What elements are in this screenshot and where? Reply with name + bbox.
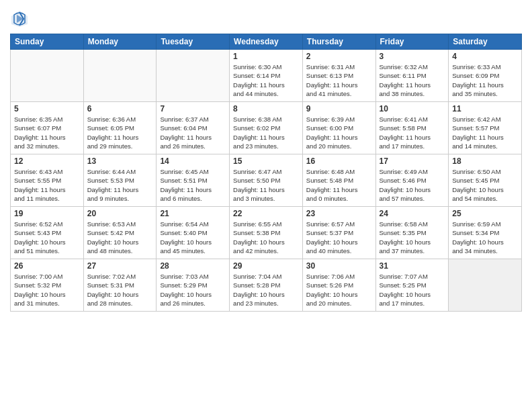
day-info: Sunrise: 6:54 AM Sunset: 5:40 PM Dayligh… <box>160 220 226 255</box>
day-info: Sunrise: 6:36 AM Sunset: 6:05 PM Dayligh… <box>87 115 153 150</box>
calendar-cell: 10Sunrise: 6:41 AM Sunset: 5:58 PM Dayli… <box>375 102 449 154</box>
day-info: Sunrise: 7:04 AM Sunset: 5:28 PM Dayligh… <box>233 272 299 308</box>
day-number: 11 <box>452 104 518 113</box>
calendar-cell: 23Sunrise: 6:57 AM Sunset: 5:37 PM Dayli… <box>302 207 375 259</box>
calendar-cell: 14Sunrise: 6:45 AM Sunset: 5:51 PM Dayli… <box>157 154 230 207</box>
calendar-cell: 8Sunrise: 6:38 AM Sunset: 6:02 PM Daylig… <box>230 102 303 154</box>
calendar-cell: 17Sunrise: 6:49 AM Sunset: 5:46 PM Dayli… <box>375 154 449 207</box>
calendar-cell: 25Sunrise: 6:59 AM Sunset: 5:34 PM Dayli… <box>449 207 522 259</box>
day-info: Sunrise: 6:45 AM Sunset: 5:51 PM Dayligh… <box>160 167 226 203</box>
day-number: 12 <box>14 156 80 166</box>
weekday-tuesday: Tuesday <box>157 34 230 50</box>
day-info: Sunrise: 6:41 AM Sunset: 5:58 PM Dayligh… <box>380 115 445 150</box>
calendar-cell <box>83 50 157 102</box>
weekday-sunday: Sunday <box>11 34 84 50</box>
day-info: Sunrise: 7:06 AM Sunset: 5:26 PM Dayligh… <box>306 272 372 308</box>
day-info: Sunrise: 6:47 AM Sunset: 5:50 PM Dayligh… <box>233 167 299 203</box>
day-number: 3 <box>380 52 445 61</box>
day-number: 7 <box>160 104 226 113</box>
calendar-cell: 30Sunrise: 7:06 AM Sunset: 5:26 PM Dayli… <box>302 259 375 312</box>
day-number: 29 <box>233 261 299 271</box>
day-info: Sunrise: 6:48 AM Sunset: 5:48 PM Dayligh… <box>306 167 372 203</box>
day-info: Sunrise: 6:44 AM Sunset: 5:53 PM Dayligh… <box>87 167 153 203</box>
day-number: 14 <box>160 156 226 166</box>
day-number: 8 <box>233 104 299 113</box>
day-info: Sunrise: 6:39 AM Sunset: 6:00 PM Dayligh… <box>306 115 372 150</box>
day-number: 9 <box>306 104 372 113</box>
day-number: 4 <box>452 52 518 61</box>
logo <box>10 9 32 28</box>
calendar-cell: 12Sunrise: 6:43 AM Sunset: 5:55 PM Dayli… <box>11 154 84 207</box>
weekday-wednesday: Wednesday <box>230 34 303 50</box>
weekday-friday: Friday <box>375 34 449 50</box>
calendar-cell: 21Sunrise: 6:54 AM Sunset: 5:40 PM Dayli… <box>157 207 230 259</box>
day-number: 19 <box>14 209 80 218</box>
day-number: 30 <box>306 261 372 271</box>
logo-icon <box>10 9 29 28</box>
day-number: 20 <box>87 209 153 218</box>
day-info: Sunrise: 6:52 AM Sunset: 5:43 PM Dayligh… <box>14 220 80 255</box>
page: SundayMondayTuesdayWednesdayThursdayFrid… <box>0 0 532 411</box>
day-info: Sunrise: 7:03 AM Sunset: 5:29 PM Dayligh… <box>160 272 226 308</box>
day-info: Sunrise: 6:50 AM Sunset: 5:45 PM Dayligh… <box>452 167 518 203</box>
day-info: Sunrise: 6:37 AM Sunset: 6:04 PM Dayligh… <box>160 115 226 150</box>
calendar-cell <box>157 50 230 102</box>
calendar-cell: 22Sunrise: 6:55 AM Sunset: 5:38 PM Dayli… <box>230 207 303 259</box>
weekday-thursday: Thursday <box>302 34 375 50</box>
calendar-cell: 26Sunrise: 7:00 AM Sunset: 5:32 PM Dayli… <box>11 259 84 312</box>
day-number: 6 <box>87 104 153 113</box>
day-info: Sunrise: 7:00 AM Sunset: 5:32 PM Dayligh… <box>14 272 80 308</box>
calendar-cell: 4Sunrise: 6:33 AM Sunset: 6:09 PM Daylig… <box>449 50 522 102</box>
calendar-row-3: 19Sunrise: 6:52 AM Sunset: 5:43 PM Dayli… <box>11 207 522 259</box>
day-number: 5 <box>14 104 80 113</box>
calendar-cell: 6Sunrise: 6:36 AM Sunset: 6:05 PM Daylig… <box>83 102 157 154</box>
day-number: 10 <box>380 104 445 113</box>
calendar-row-4: 26Sunrise: 7:00 AM Sunset: 5:32 PM Dayli… <box>11 259 522 312</box>
calendar-cell: 19Sunrise: 6:52 AM Sunset: 5:43 PM Dayli… <box>11 207 84 259</box>
day-number: 22 <box>233 209 299 218</box>
day-info: Sunrise: 6:49 AM Sunset: 5:46 PM Dayligh… <box>380 167 445 203</box>
calendar: SundayMondayTuesdayWednesdayThursdayFrid… <box>10 34 522 312</box>
day-number: 15 <box>233 156 299 166</box>
calendar-cell <box>449 259 522 312</box>
calendar-cell: 1Sunrise: 6:30 AM Sunset: 6:14 PM Daylig… <box>230 50 303 102</box>
weekday-saturday: Saturday <box>449 34 522 50</box>
day-info: Sunrise: 7:02 AM Sunset: 5:31 PM Dayligh… <box>87 272 153 308</box>
day-info: Sunrise: 6:55 AM Sunset: 5:38 PM Dayligh… <box>233 220 299 255</box>
day-number: 17 <box>380 156 445 166</box>
calendar-cell: 5Sunrise: 6:35 AM Sunset: 6:07 PM Daylig… <box>11 102 84 154</box>
day-info: Sunrise: 6:57 AM Sunset: 5:37 PM Dayligh… <box>306 220 372 255</box>
day-number: 31 <box>380 261 445 271</box>
day-number: 16 <box>306 156 372 166</box>
day-number: 27 <box>87 261 153 271</box>
day-number: 21 <box>160 209 226 218</box>
calendar-cell: 29Sunrise: 7:04 AM Sunset: 5:28 PM Dayli… <box>230 259 303 312</box>
day-number: 1 <box>233 52 299 61</box>
calendar-row-2: 12Sunrise: 6:43 AM Sunset: 5:55 PM Dayli… <box>11 154 522 207</box>
day-info: Sunrise: 6:30 AM Sunset: 6:14 PM Dayligh… <box>233 62 299 98</box>
calendar-cell: 7Sunrise: 6:37 AM Sunset: 6:04 PM Daylig… <box>157 102 230 154</box>
day-number: 13 <box>87 156 153 166</box>
day-number: 18 <box>452 156 518 166</box>
weekday-monday: Monday <box>83 34 157 50</box>
day-info: Sunrise: 6:35 AM Sunset: 6:07 PM Dayligh… <box>14 115 80 150</box>
calendar-cell: 27Sunrise: 7:02 AM Sunset: 5:31 PM Dayli… <box>83 259 157 312</box>
day-number: 28 <box>160 261 226 271</box>
calendar-cell: 13Sunrise: 6:44 AM Sunset: 5:53 PM Dayli… <box>83 154 157 207</box>
calendar-row-1: 5Sunrise: 6:35 AM Sunset: 6:07 PM Daylig… <box>11 102 522 154</box>
day-info: Sunrise: 7:07 AM Sunset: 5:25 PM Dayligh… <box>380 272 445 308</box>
day-number: 24 <box>380 209 445 218</box>
calendar-cell <box>11 50 84 102</box>
day-number: 25 <box>452 209 518 218</box>
calendar-cell: 24Sunrise: 6:58 AM Sunset: 5:35 PM Dayli… <box>375 207 449 259</box>
calendar-cell: 11Sunrise: 6:42 AM Sunset: 5:57 PM Dayli… <box>449 102 522 154</box>
calendar-row-0: 1Sunrise: 6:30 AM Sunset: 6:14 PM Daylig… <box>11 50 522 102</box>
calendar-cell: 3Sunrise: 6:32 AM Sunset: 6:11 PM Daylig… <box>375 50 449 102</box>
day-info: Sunrise: 6:59 AM Sunset: 5:34 PM Dayligh… <box>452 220 518 255</box>
day-number: 26 <box>14 261 80 271</box>
calendar-cell: 18Sunrise: 6:50 AM Sunset: 5:45 PM Dayli… <box>449 154 522 207</box>
day-info: Sunrise: 6:33 AM Sunset: 6:09 PM Dayligh… <box>452 62 518 98</box>
calendar-cell: 9Sunrise: 6:39 AM Sunset: 6:00 PM Daylig… <box>302 102 375 154</box>
calendar-cell: 20Sunrise: 6:53 AM Sunset: 5:42 PM Dayli… <box>83 207 157 259</box>
calendar-cell: 16Sunrise: 6:48 AM Sunset: 5:48 PM Dayli… <box>302 154 375 207</box>
